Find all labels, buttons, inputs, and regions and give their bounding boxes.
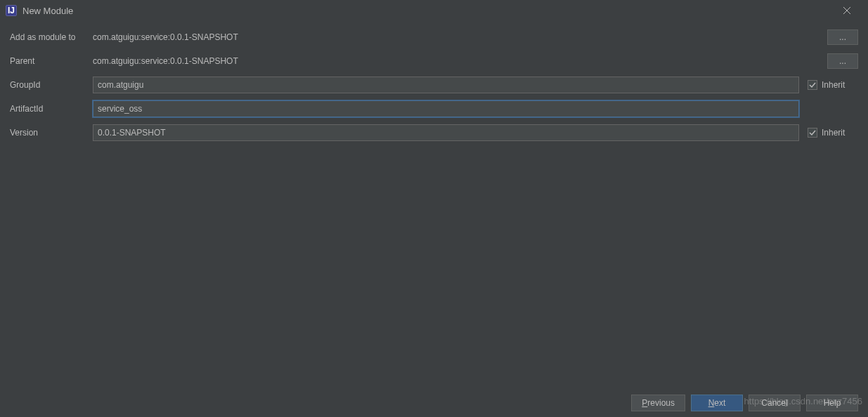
label-artifact-id: ArtifactId <box>10 104 93 114</box>
browse-parent-button[interactable]: ... <box>827 53 858 69</box>
icon-text: IJ <box>8 6 15 15</box>
check-icon <box>809 81 816 88</box>
ellipsis-icon: ... <box>839 56 846 66</box>
browse-add-as-module-button[interactable]: ... <box>827 29 858 45</box>
titlebar: IJ New Module <box>0 0 868 21</box>
inherit-group-id-container[interactable]: Inherit <box>808 80 858 90</box>
value-add-as-module: com.atguigu:service:0.0.1-SNAPSHOT <box>93 32 768 42</box>
inherit-version-checkbox[interactable] <box>808 128 817 138</box>
group-id-input[interactable] <box>93 77 799 93</box>
intellij-icon: IJ <box>6 5 17 16</box>
artifact-id-input[interactable] <box>93 100 799 117</box>
inherit-version-label: Inherit <box>822 128 845 138</box>
label-parent: Parent <box>10 56 93 66</box>
previous-button[interactable]: Previous <box>631 395 685 411</box>
inherit-group-id-label: Inherit <box>822 80 845 90</box>
help-button[interactable]: Help <box>806 395 858 411</box>
inherit-version-container[interactable]: Inherit <box>808 128 858 138</box>
ellipsis-icon: ... <box>839 32 846 42</box>
next-button[interactable]: Next <box>691 395 743 411</box>
row-artifact-id: ArtifactId <box>10 100 858 118</box>
form-content: Add as module to com.atguigu:service:0.0… <box>0 21 868 142</box>
close-icon <box>843 7 850 14</box>
cancel-button[interactable]: Cancel <box>749 395 801 411</box>
check-icon <box>809 129 816 136</box>
version-input[interactable] <box>93 124 799 141</box>
close-button[interactable] <box>831 0 862 21</box>
row-version: Version Inherit <box>10 124 858 142</box>
label-add-as-module: Add as module to <box>10 32 93 42</box>
window-title: New Module <box>22 6 73 16</box>
label-version: Version <box>10 128 93 138</box>
row-parent: Parent com.atguigu:service:0.0.1-SNAPSHO… <box>10 52 858 70</box>
value-parent: com.atguigu:service:0.0.1-SNAPSHOT <box>93 56 768 66</box>
inherit-group-id-checkbox[interactable] <box>808 80 817 90</box>
row-add-as-module: Add as module to com.atguigu:service:0.0… <box>10 28 858 46</box>
row-group-id: GroupId Inherit <box>10 76 858 94</box>
label-group-id: GroupId <box>10 80 93 90</box>
bottom-button-bar: Previous Next Cancel Help <box>0 389 868 417</box>
